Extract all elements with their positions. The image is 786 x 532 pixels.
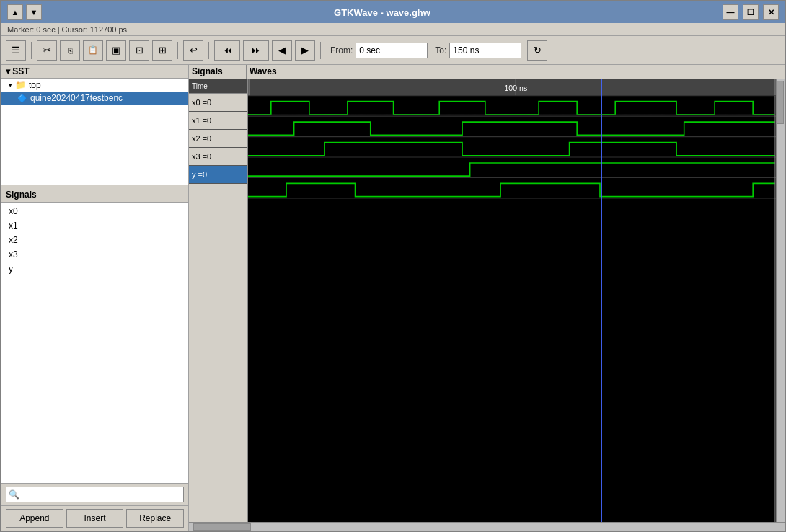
signal-name-x0: x0 =0 [189, 94, 247, 112]
signal-names-col: Time x0 =0 x1 =0 x2 =0 x3 =0 y =0 [189, 79, 248, 522]
signal-item-x3[interactable]: x3 [1, 247, 188, 262]
tree-item-top[interactable]: ▾ 📁 top [1, 79, 188, 92]
last-button[interactable]: ⏭ [243, 40, 269, 61]
wave-canvas-area[interactable]: 100 ns [248, 79, 776, 522]
toolbar-separator-3 [208, 42, 209, 59]
signals-list-section: Signals x0 x1 x2 x3 y 🔍 Append Insert [1, 187, 188, 531]
tree-item-label: top [29, 80, 41, 90]
sst-label: SST [12, 66, 29, 76]
main-area: ▾ SST ▾ 📁 top 🔷 quine20240417testbenc [1, 65, 785, 531]
waves-header-row: Signals Waves [189, 65, 785, 79]
prev-button[interactable]: ◀ [272, 40, 292, 61]
sst-collapse-arrow[interactable]: ▾ [6, 66, 12, 76]
toolbar-separator-2 [177, 42, 178, 59]
window-controls: — ❐ ✕ [723, 4, 779, 20]
zoom-range-icon: ⊞ [159, 45, 167, 56]
signal-name-time: Time [189, 79, 247, 94]
paste-icon: 📋 [88, 45, 98, 55]
copy-button[interactable]: ⎘ [60, 40, 80, 61]
signals-list[interactable]: x0 x1 x2 x3 y [1, 203, 188, 483]
v-scroll-thumb[interactable] [777, 81, 784, 124]
to-input[interactable] [449, 43, 521, 58]
cut-icon: ✂ [43, 45, 51, 56]
undo-button[interactable]: ↩ [183, 40, 203, 61]
titlebar-left: ▲ ▼ [7, 4, 42, 20]
signals-panel-header: Signals [1, 187, 188, 203]
menu-button[interactable]: ☰ [6, 40, 26, 61]
vertical-scrollbar[interactable] [776, 79, 785, 522]
signals-search-bar: 🔍 [1, 483, 188, 505]
from-label: From: [330, 45, 353, 56]
signal-name-x1: x1 =0 [189, 112, 247, 130]
select-all-icon: ▣ [112, 45, 120, 56]
toolbar-separator-1 [31, 42, 32, 59]
tree-expand-arrow: ▾ [9, 81, 12, 89]
last-icon: ⏭ [252, 45, 261, 56]
h-scroll-thumb[interactable] [193, 523, 251, 531]
signals-footer: Append Insert Replace [1, 505, 188, 531]
cut-button[interactable]: ✂ [37, 40, 57, 61]
from-input[interactable] [356, 43, 428, 58]
subtitle-bar: Marker: 0 sec | Cursor: 112700 ps [1, 23, 785, 36]
copy-icon: ⎘ [68, 46, 73, 55]
signal-item-x1[interactable]: x1 [1, 218, 188, 233]
prev-icon: ◀ [278, 45, 286, 56]
replace-button[interactable]: Replace [126, 509, 184, 528]
scroll-down-button[interactable]: ▼ [26, 4, 42, 20]
close-button[interactable]: ✕ [763, 4, 779, 20]
signal-item-x0[interactable]: x0 [1, 204, 188, 218]
first-button[interactable]: ⏮ [214, 40, 240, 61]
to-label: To: [435, 45, 446, 56]
scroll-up-button[interactable]: ▲ [7, 4, 23, 20]
reload-button[interactable]: ↻ [527, 40, 547, 61]
left-panel: ▾ SST ▾ 📁 top 🔷 quine20240417testbenc [1, 65, 189, 531]
select-all-button[interactable]: ▣ [106, 40, 126, 61]
insert-button[interactable]: Insert [66, 509, 124, 528]
window-title: GTKWave - wave.ghw [42, 7, 723, 18]
signals-search-input[interactable] [6, 487, 184, 502]
first-icon: ⏮ [223, 45, 232, 56]
zoom-fit-button[interactable]: ⊡ [129, 40, 149, 61]
signal-item-x2[interactable]: x2 [1, 233, 188, 247]
marker-cursor-info: Marker: 0 sec | Cursor: 112700 ps [7, 25, 127, 34]
waves-label-col-header: Waves [247, 65, 785, 79]
zoom-fit-icon: ⊡ [136, 45, 143, 56]
titlebar: ▲ ▼ GTKWave - wave.ghw — ❐ ✕ [1, 1, 785, 23]
menu-icon: ☰ [12, 45, 20, 56]
paste-button[interactable]: 📋 [83, 40, 103, 61]
append-button[interactable]: Append [6, 509, 63, 528]
next-button[interactable]: ▶ [295, 40, 315, 61]
waves-signals-col-header: Signals [189, 65, 247, 79]
waves-body: Time x0 =0 x1 =0 x2 =0 x3 =0 y =0 [189, 79, 785, 522]
horizontal-scrollbar[interactable] [189, 522, 785, 531]
sst-tree[interactable]: ▾ 📁 top 🔷 quine20240417testbenc [1, 79, 188, 185]
signal-name-y: y =0 [189, 166, 247, 184]
restore-button[interactable]: ❐ [743, 4, 759, 20]
sst-section: ▾ SST ▾ 📁 top 🔷 quine20240417testbenc [1, 65, 188, 187]
svg-rect-0 [248, 79, 776, 522]
folder-icon: 📁 [15, 80, 26, 90]
undo-icon: ↩ [190, 45, 198, 56]
waves-svg: 100 ns [248, 79, 776, 522]
component-icon: 🔷 [17, 94, 27, 103]
main-window: ▲ ▼ GTKWave - wave.ghw — ❐ ✕ Marker: 0 s… [0, 0, 786, 532]
zoom-range-button[interactable]: ⊞ [152, 40, 172, 61]
toolbar-separator-4 [320, 42, 321, 59]
tree-item-testbench[interactable]: 🔷 quine20240417testbenc [1, 92, 188, 105]
toolbar: ☰ ✂ ⎘ 📋 ▣ ⊡ ⊞ ↩ ⏮ ⏭ ◀ [1, 36, 785, 65]
next-icon: ▶ [301, 45, 309, 56]
tree-item-label: quine20240417testbenc [30, 93, 123, 103]
minimize-button[interactable]: — [723, 4, 738, 20]
signal-name-x2: x2 =0 [189, 130, 247, 148]
search-icon: 🔍 [9, 489, 19, 500]
right-panel: Signals Waves Time x0 =0 x1 =0 x2 =0 x3 … [189, 65, 785, 531]
reload-icon: ↻ [534, 45, 542, 56]
sst-header: ▾ SST [1, 65, 188, 79]
signal-item-y[interactable]: y [1, 262, 188, 276]
signal-name-x3: x3 =0 [189, 148, 247, 166]
